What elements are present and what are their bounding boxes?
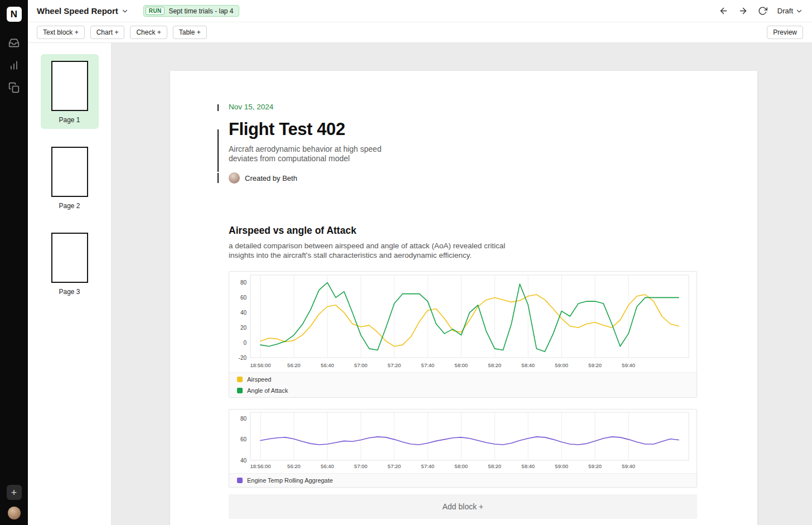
svg-text:57:40: 57:40 xyxy=(421,463,434,469)
svg-text:58:20: 58:20 xyxy=(488,362,501,368)
svg-text:56:40: 56:40 xyxy=(321,463,334,469)
page-preview xyxy=(51,147,88,197)
svg-text:58:00: 58:00 xyxy=(455,362,468,368)
doc-date[interactable]: Nov 15, 2024 xyxy=(229,103,697,111)
chevron-down-icon xyxy=(795,7,803,15)
pages-icon[interactable] xyxy=(8,82,20,93)
top-bar: Wheel Speed Report RUN Sept time trials … xyxy=(28,0,812,22)
text-block-button[interactable]: Text block + xyxy=(37,26,85,39)
block-handle[interactable] xyxy=(218,173,219,183)
byline: Created by Beth xyxy=(229,172,697,184)
refresh-icon[interactable] xyxy=(758,6,767,16)
block-handle[interactable] xyxy=(218,104,219,111)
legend-swatch xyxy=(237,388,243,393)
section-body[interactable]: a detailed comparison between airspeed a… xyxy=(229,242,533,260)
run-label: Sept time trials - lap 4 xyxy=(168,7,233,15)
svg-text:57:00: 57:00 xyxy=(354,463,368,469)
page-label: Page 2 xyxy=(41,202,99,210)
legend-swatch xyxy=(237,478,243,483)
svg-text:59:00: 59:00 xyxy=(555,362,568,368)
document-title-dropdown[interactable]: Wheel Speed Report xyxy=(37,6,129,16)
byline-block[interactable]: Created by Beth xyxy=(229,172,697,184)
arrow-left-icon[interactable] xyxy=(719,6,728,16)
svg-text:40: 40 xyxy=(240,457,247,463)
charts-icon[interactable] xyxy=(8,60,20,71)
block-handle[interactable] xyxy=(218,129,219,172)
document-page: Nov 15, 2024 Flight Test 402 Aircraft ae… xyxy=(170,71,757,525)
chart-legend: Engine Temp Rolling Aggregate xyxy=(229,473,697,487)
svg-text:40: 40 xyxy=(240,310,247,316)
block-toolbar: Text block + Chart + Check + Table + Pre… xyxy=(28,22,812,43)
svg-text:20: 20 xyxy=(240,325,247,331)
svg-text:56:40: 56:40 xyxy=(321,362,334,368)
main-column: Wheel Speed Report RUN Sept time trials … xyxy=(28,0,812,525)
svg-text:58:40: 58:40 xyxy=(521,362,535,368)
svg-text:57:00: 57:00 xyxy=(354,362,368,368)
svg-text:60: 60 xyxy=(240,436,247,442)
svg-text:58:00: 58:00 xyxy=(455,463,468,469)
arrow-right-icon[interactable] xyxy=(738,6,748,16)
chevron-down-icon xyxy=(121,7,129,15)
doc-title[interactable]: Flight Test 402 xyxy=(229,119,697,139)
add-block-button[interactable]: Add block + xyxy=(229,494,697,519)
inbox-icon[interactable] xyxy=(8,37,20,49)
legend-label: Angle of Attack xyxy=(247,387,288,394)
check-button[interactable]: Check + xyxy=(130,26,167,39)
chart-block-engine-temp[interactable]: 18:56:0056:2056:4057:0057:2057:4058:0058… xyxy=(229,409,697,488)
svg-text:59:40: 59:40 xyxy=(622,463,635,469)
page-preview xyxy=(51,233,88,283)
chart-legend: AirspeedAngle of Attack xyxy=(229,372,697,397)
pages-panel: Page 1 Page 2 Page 3 xyxy=(28,43,112,525)
draft-dropdown[interactable]: Draft xyxy=(777,7,803,15)
app-rail: N + xyxy=(0,0,28,525)
page-thumbnail-2[interactable]: Page 2 xyxy=(41,140,99,215)
svg-text:80: 80 xyxy=(240,280,247,286)
canvas: Nov 15, 2024 Flight Test 402 Aircraft ae… xyxy=(112,43,812,525)
chart-block-airspeed-aoa[interactable]: 18:56:0056:2056:4057:0057:2057:4058:0058… xyxy=(229,271,697,398)
section-block[interactable]: Airspeed vs angle of Attack a detailed c… xyxy=(229,225,697,260)
legend-label: Airspeed xyxy=(247,376,271,383)
svg-text:18:56:00: 18:56:00 xyxy=(250,362,271,368)
svg-text:58:20: 58:20 xyxy=(488,463,501,469)
run-badge: RUN xyxy=(146,7,165,15)
author-avatar xyxy=(229,172,240,184)
date-block[interactable]: Nov 15, 2024 xyxy=(229,103,697,111)
svg-text:57:20: 57:20 xyxy=(388,362,401,368)
svg-text:0: 0 xyxy=(243,340,246,346)
svg-text:59:40: 59:40 xyxy=(622,362,635,368)
svg-text:59:20: 59:20 xyxy=(588,362,602,368)
legend-label: Engine Temp Rolling Aggregate xyxy=(247,477,333,484)
workspace: Page 1 Page 2 Page 3 Nov 15, 2024 xyxy=(28,43,812,525)
legend-swatch xyxy=(237,377,243,382)
section-title[interactable]: Airspeed vs angle of Attack xyxy=(229,225,697,237)
svg-text:60: 60 xyxy=(240,295,247,301)
draft-label: Draft xyxy=(777,7,793,15)
svg-text:59:20: 59:20 xyxy=(588,463,602,469)
document-title: Wheel Speed Report xyxy=(37,6,118,16)
title-block[interactable]: Flight Test 402 Aircraft aerodynamic beh… xyxy=(229,119,697,163)
svg-text:-20: -20 xyxy=(239,354,247,360)
run-chip[interactable]: RUN Sept time trials - lap 4 xyxy=(143,5,240,17)
svg-text:58:40: 58:40 xyxy=(521,463,535,469)
svg-text:57:40: 57:40 xyxy=(421,362,434,368)
page-label: Page 1 xyxy=(41,116,99,124)
page-thumbnail-3[interactable]: Page 3 xyxy=(41,226,99,301)
chart-button[interactable]: Chart + xyxy=(90,26,125,39)
page-thumbnail-1[interactable]: Page 1 xyxy=(41,54,99,129)
legend-item[interactable]: Engine Temp Rolling Aggregate xyxy=(229,475,697,486)
doc-subtitle[interactable]: Aircraft aerodynamic behavior at high sp… xyxy=(229,145,396,163)
user-avatar[interactable] xyxy=(8,507,21,519)
byline-text: Created by Beth xyxy=(245,174,297,182)
app-logo[interactable]: N xyxy=(7,7,22,22)
page-preview xyxy=(51,61,88,111)
svg-text:18:56:00: 18:56:00 xyxy=(250,463,271,469)
svg-text:59:00: 59:00 xyxy=(555,463,568,469)
svg-text:56:20: 56:20 xyxy=(287,463,301,469)
svg-text:56:20: 56:20 xyxy=(287,362,301,368)
topbar-actions: Draft xyxy=(719,6,803,16)
preview-button[interactable]: Preview xyxy=(767,26,803,39)
legend-item[interactable]: Airspeed xyxy=(229,374,697,385)
add-button[interactable]: + xyxy=(7,485,22,500)
legend-item[interactable]: Angle of Attack xyxy=(229,385,697,396)
table-button[interactable]: Table + xyxy=(173,26,207,39)
